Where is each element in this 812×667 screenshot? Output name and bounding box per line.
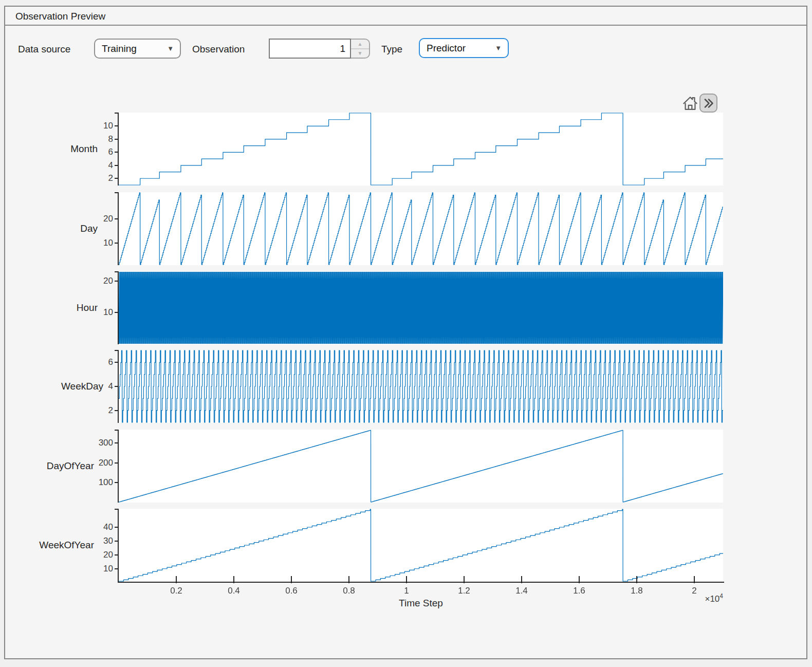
x-tick-label: 0.8 <box>334 586 364 596</box>
y-axis-label-day_of_year: DayOfYear <box>47 460 94 472</box>
x-tick-label: 0.2 <box>161 586 192 596</box>
y-axis-label-day_of_month: Day <box>80 223 98 235</box>
y-axis-label-month_of_year: Month <box>70 143 98 155</box>
plot-area-day_of_year[interactable] <box>118 430 723 503</box>
plot-area-day_of_month[interactable] <box>118 192 723 265</box>
y-tick-mark <box>115 410 119 411</box>
x-tick-mark <box>636 576 637 583</box>
y-tick-mark <box>115 541 119 542</box>
y-tick-mark <box>115 192 119 193</box>
panel-title: Observation Preview <box>15 11 105 22</box>
plot-canvas-week_of_year <box>119 509 723 582</box>
axes-toolbar <box>680 94 717 113</box>
x-tick-label: 1.6 <box>564 586 595 596</box>
x-tick-label: 1 <box>391 586 422 596</box>
y-tick-mark <box>115 271 119 272</box>
y-tick-mark <box>115 568 119 569</box>
plot-area-day_of_week[interactable] <box>118 350 723 423</box>
y-tick-mark <box>115 350 119 351</box>
y-tick-label: 10 <box>82 237 113 249</box>
x-tick-label: 1.8 <box>621 586 652 596</box>
home-icon[interactable] <box>680 94 699 113</box>
y-axis-label-hour_of_day: Hour <box>77 302 98 314</box>
plot-canvas-hour_of_day <box>119 271 723 344</box>
y-tick-mark <box>115 125 119 126</box>
x-axis-line <box>118 582 724 583</box>
y-tick-mark <box>115 442 119 443</box>
plot-area-hour_of_day[interactable] <box>118 271 723 344</box>
y-tick-mark <box>115 462 119 464</box>
observation-preview-panel: Observation Preview Data source Training… <box>4 6 807 659</box>
y-tick-mark <box>115 554 119 555</box>
plot-canvas-month_of_year <box>119 113 723 186</box>
y-tick-label: 2 <box>82 405 113 416</box>
y-tick-mark <box>115 218 119 219</box>
y-tick-mark <box>115 113 119 114</box>
y-tick-mark <box>115 386 119 387</box>
y-tick-mark <box>115 362 119 363</box>
plot-canvas-day_of_year <box>119 430 723 503</box>
y-tick-label: 20 <box>82 275 113 287</box>
y-tick-label: 4 <box>82 160 113 171</box>
y-tick-label: 40 <box>82 522 113 533</box>
plot-region: Time Step ×104 246810Month1020Day1020Hou… <box>5 27 806 658</box>
double-chevron-expand-icon[interactable] <box>699 94 717 113</box>
y-tick-mark <box>115 509 119 510</box>
y-tick-label: 10 <box>82 563 113 575</box>
y-tick-label: 300 <box>82 437 113 449</box>
y-tick-mark <box>115 243 119 244</box>
x-tick-mark <box>406 576 407 583</box>
x-tick-mark <box>233 576 234 583</box>
y-axis-label-day_of_week: WeekDay <box>61 380 103 393</box>
x-tick-label: 0.4 <box>218 586 249 596</box>
plot-canvas-day_of_month <box>119 192 723 265</box>
x-tick-mark <box>176 576 177 583</box>
y-tick-mark <box>115 312 119 313</box>
y-tick-mark <box>115 139 119 140</box>
y-tick-mark <box>115 430 119 431</box>
x-tick-mark <box>348 576 349 583</box>
x-axis-title: Time Step <box>119 598 723 609</box>
x-tick-mark <box>464 576 465 583</box>
x-tick-mark <box>521 576 522 583</box>
y-tick-mark <box>115 165 119 166</box>
plot-area-month_of_year[interactable] <box>118 113 723 186</box>
y-tick-label: 6 <box>82 357 113 368</box>
plot-area-week_of_year[interactable] <box>118 509 723 582</box>
y-tick-mark <box>115 281 119 282</box>
y-tick-mark <box>115 482 119 483</box>
y-tick-label: 10 <box>82 120 113 132</box>
x-tick-label: 1.2 <box>449 586 479 596</box>
panel-title-bar: Observation Preview <box>5 7 806 26</box>
y-tick-mark <box>115 152 119 153</box>
x-tick-mark <box>579 576 580 583</box>
plot-canvas-day_of_week <box>119 350 723 423</box>
y-tick-mark <box>115 178 119 179</box>
y-tick-label: 100 <box>82 477 113 488</box>
y-tick-label: 2 <box>82 173 113 184</box>
y-tick-mark <box>115 527 119 528</box>
x-tick-mark <box>291 576 292 583</box>
x-tick-label: 2 <box>679 586 710 596</box>
x-tick-mark <box>694 576 695 583</box>
y-axis-label-week_of_year: WeekOfYear <box>39 539 94 551</box>
x-tick-label: 0.6 <box>276 586 307 596</box>
x-tick-label: 1.4 <box>506 586 537 596</box>
